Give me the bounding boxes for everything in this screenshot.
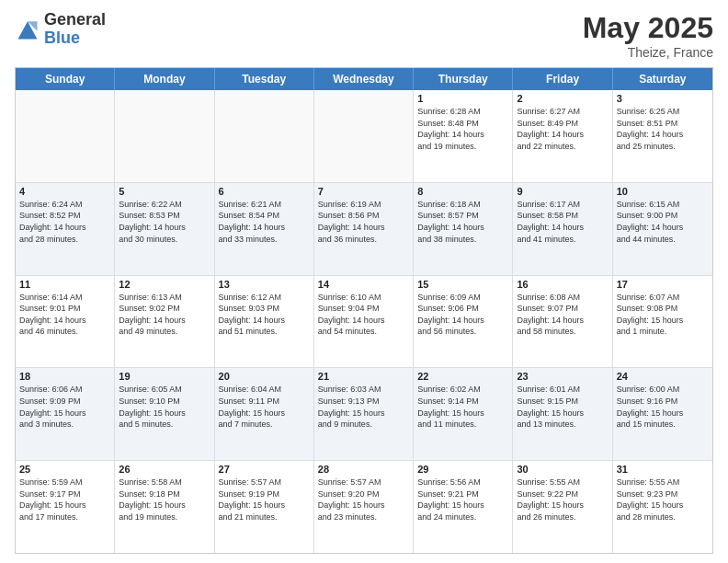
- logo-text: General Blue: [44, 11, 106, 48]
- calendar-row-2: 4Sunrise: 6:24 AMSunset: 8:52 PMDaylight…: [16, 183, 712, 276]
- day-header-monday: Monday: [115, 68, 214, 90]
- day-info: Sunrise: 6:01 AMSunset: 9:15 PMDaylight:…: [517, 384, 608, 430]
- day-number: 3: [617, 93, 709, 104]
- calendar-title: May 2025: [583, 11, 713, 45]
- day-info: Sunrise: 6:17 AMSunset: 8:58 PMDaylight:…: [517, 199, 608, 245]
- day-info: Sunrise: 6:06 AMSunset: 9:09 PMDaylight:…: [19, 384, 110, 430]
- day-cell-19: 19Sunrise: 6:05 AMSunset: 9:10 PMDayligh…: [115, 368, 214, 460]
- day-cell-3: 3Sunrise: 6:25 AMSunset: 8:51 PMDaylight…: [613, 90, 712, 182]
- day-info: Sunrise: 5:56 AMSunset: 9:21 PMDaylight:…: [417, 477, 508, 523]
- day-number: 19: [119, 371, 210, 382]
- day-info: Sunrise: 6:12 AMSunset: 9:03 PMDaylight:…: [219, 292, 310, 338]
- day-number: 2: [517, 93, 608, 104]
- day-number: 17: [617, 279, 709, 290]
- day-info: Sunrise: 6:22 AMSunset: 8:53 PMDaylight:…: [119, 199, 210, 245]
- day-number: 1: [417, 93, 508, 104]
- day-info: Sunrise: 5:55 AMSunset: 9:23 PMDaylight:…: [617, 477, 709, 523]
- day-info: Sunrise: 6:19 AMSunset: 8:56 PMDaylight:…: [318, 199, 409, 245]
- day-number: 7: [318, 186, 409, 197]
- calendar-row-1: 1Sunrise: 6:28 AMSunset: 8:48 PMDaylight…: [16, 90, 712, 183]
- day-cell-13: 13Sunrise: 6:12 AMSunset: 9:03 PMDayligh…: [215, 276, 314, 368]
- day-cell-25: 25Sunrise: 5:59 AMSunset: 9:17 PMDayligh…: [16, 461, 115, 553]
- day-info: Sunrise: 6:27 AMSunset: 8:49 PMDaylight:…: [517, 106, 608, 152]
- calendar-location: Theize, France: [583, 45, 713, 60]
- header: General Blue May 2025 Theize, France: [15, 11, 713, 60]
- day-number: 9: [517, 186, 608, 197]
- page: General Blue May 2025 Theize, France Sun…: [0, 0, 728, 563]
- day-cell-14: 14Sunrise: 6:10 AMSunset: 9:04 PMDayligh…: [314, 276, 414, 368]
- day-number: 14: [318, 279, 409, 290]
- day-number: 8: [417, 186, 508, 197]
- day-info: Sunrise: 6:07 AMSunset: 9:08 PMDaylight:…: [617, 292, 709, 338]
- day-number: 20: [219, 371, 310, 382]
- day-info: Sunrise: 6:04 AMSunset: 9:11 PMDaylight:…: [219, 384, 310, 430]
- day-number: 21: [318, 371, 409, 382]
- day-info: Sunrise: 6:25 AMSunset: 8:51 PMDaylight:…: [617, 106, 709, 152]
- day-cell-7: 7Sunrise: 6:19 AMSunset: 8:56 PMDaylight…: [314, 183, 414, 275]
- title-block: May 2025 Theize, France: [583, 11, 713, 60]
- day-cell-31: 31Sunrise: 5:55 AMSunset: 9:23 PMDayligh…: [613, 461, 712, 553]
- day-cell-15: 15Sunrise: 6:09 AMSunset: 9:06 PMDayligh…: [414, 276, 513, 368]
- day-info: Sunrise: 6:21 AMSunset: 8:54 PMDaylight:…: [219, 199, 310, 245]
- logo-general-text: General: [44, 11, 106, 29]
- day-number: 29: [417, 464, 508, 475]
- day-info: Sunrise: 6:24 AMSunset: 8:52 PMDaylight:…: [19, 199, 110, 245]
- day-header-tuesday: Tuesday: [215, 68, 314, 90]
- day-number: 26: [119, 464, 210, 475]
- calendar-row-4: 18Sunrise: 6:06 AMSunset: 9:09 PMDayligh…: [16, 368, 712, 461]
- day-cell-17: 17Sunrise: 6:07 AMSunset: 9:08 PMDayligh…: [613, 276, 712, 368]
- day-number: 11: [19, 279, 110, 290]
- day-cell-24: 24Sunrise: 6:00 AMSunset: 9:16 PMDayligh…: [613, 368, 712, 460]
- day-cell-5: 5Sunrise: 6:22 AMSunset: 8:53 PMDaylight…: [115, 183, 214, 275]
- calendar-row-5: 25Sunrise: 5:59 AMSunset: 9:17 PMDayligh…: [16, 461, 712, 553]
- day-info: Sunrise: 6:10 AMSunset: 9:04 PMDaylight:…: [318, 292, 409, 338]
- day-cell-2: 2Sunrise: 6:27 AMSunset: 8:49 PMDaylight…: [513, 90, 612, 182]
- day-cell-10: 10Sunrise: 6:15 AMSunset: 9:00 PMDayligh…: [613, 183, 712, 275]
- day-cell-9: 9Sunrise: 6:17 AMSunset: 8:58 PMDaylight…: [513, 183, 612, 275]
- calendar-row-3: 11Sunrise: 6:14 AMSunset: 9:01 PMDayligh…: [16, 276, 712, 369]
- day-info: Sunrise: 6:05 AMSunset: 9:10 PMDaylight:…: [119, 384, 210, 430]
- day-cell-18: 18Sunrise: 6:06 AMSunset: 9:09 PMDayligh…: [16, 368, 115, 460]
- day-number: 31: [617, 464, 709, 475]
- day-cell-6: 6Sunrise: 6:21 AMSunset: 8:54 PMDaylight…: [215, 183, 314, 275]
- empty-cell: [115, 90, 214, 182]
- day-info: Sunrise: 6:13 AMSunset: 9:02 PMDaylight:…: [119, 292, 210, 338]
- day-cell-21: 21Sunrise: 6:03 AMSunset: 9:13 PMDayligh…: [314, 368, 414, 460]
- day-cell-16: 16Sunrise: 6:08 AMSunset: 9:07 PMDayligh…: [513, 276, 612, 368]
- day-info: Sunrise: 6:18 AMSunset: 8:57 PMDaylight:…: [417, 199, 508, 245]
- day-cell-27: 27Sunrise: 5:57 AMSunset: 9:19 PMDayligh…: [215, 461, 314, 553]
- day-cell-4: 4Sunrise: 6:24 AMSunset: 8:52 PMDaylight…: [16, 183, 115, 275]
- day-info: Sunrise: 6:09 AMSunset: 9:06 PMDaylight:…: [417, 292, 508, 338]
- calendar-body: 1Sunrise: 6:28 AMSunset: 8:48 PMDaylight…: [16, 90, 712, 553]
- day-number: 16: [517, 279, 608, 290]
- day-number: 6: [219, 186, 310, 197]
- day-number: 4: [19, 186, 110, 197]
- empty-cell: [314, 90, 414, 182]
- day-info: Sunrise: 5:59 AMSunset: 9:17 PMDaylight:…: [19, 477, 110, 523]
- day-cell-23: 23Sunrise: 6:01 AMSunset: 9:15 PMDayligh…: [513, 368, 612, 460]
- day-info: Sunrise: 6:02 AMSunset: 9:14 PMDaylight:…: [417, 384, 508, 430]
- day-info: Sunrise: 5:58 AMSunset: 9:18 PMDaylight:…: [119, 477, 210, 523]
- day-number: 12: [119, 279, 210, 290]
- day-header-saturday: Saturday: [613, 68, 712, 90]
- calendar: SundayMondayTuesdayWednesdayThursdayFrid…: [15, 67, 713, 554]
- day-number: 24: [617, 371, 709, 382]
- day-cell-8: 8Sunrise: 6:18 AMSunset: 8:57 PMDaylight…: [414, 183, 513, 275]
- empty-cell: [16, 90, 115, 182]
- logo-blue-text: Blue: [44, 29, 106, 48]
- day-number: 30: [517, 464, 608, 475]
- day-info: Sunrise: 5:57 AMSunset: 9:19 PMDaylight:…: [219, 477, 310, 523]
- day-info: Sunrise: 6:00 AMSunset: 9:16 PMDaylight:…: [617, 384, 709, 430]
- day-info: Sunrise: 6:08 AMSunset: 9:07 PMDaylight:…: [517, 292, 608, 338]
- logo-icon: [15, 17, 40, 42]
- day-number: 13: [219, 279, 310, 290]
- day-header-thursday: Thursday: [414, 68, 513, 90]
- day-cell-29: 29Sunrise: 5:56 AMSunset: 9:21 PMDayligh…: [414, 461, 513, 553]
- day-number: 23: [517, 371, 608, 382]
- day-cell-22: 22Sunrise: 6:02 AMSunset: 9:14 PMDayligh…: [414, 368, 513, 460]
- day-cell-28: 28Sunrise: 5:57 AMSunset: 9:20 PMDayligh…: [314, 461, 414, 553]
- day-cell-11: 11Sunrise: 6:14 AMSunset: 9:01 PMDayligh…: [16, 276, 115, 368]
- day-number: 18: [19, 371, 110, 382]
- day-header-wednesday: Wednesday: [314, 68, 414, 90]
- empty-cell: [215, 90, 314, 182]
